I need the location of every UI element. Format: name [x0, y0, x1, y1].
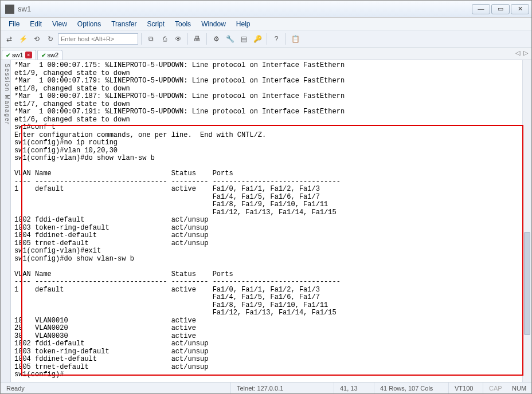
- toolbar-separator: [206, 33, 207, 45]
- loop-icon[interactable]: ⟲: [30, 33, 43, 45]
- scrollbar-thumb[interactable]: [524, 232, 530, 335]
- toolbar-separator: [267, 33, 267, 45]
- wrench-icon[interactable]: 🔧: [224, 33, 236, 45]
- tab-prev-button[interactable]: ◁: [515, 49, 520, 57]
- status-num: NUM: [506, 383, 531, 393]
- cascade-icon[interactable]: ▤: [237, 33, 250, 45]
- maximize-button[interactable]: ▭: [491, 4, 510, 14]
- tab-next-button[interactable]: ▷: [523, 49, 528, 57]
- tab-label: sw2: [48, 52, 59, 58]
- status-connection: Telnet: 127.0.0.1: [231, 383, 334, 393]
- find-icon[interactable]: 👁: [172, 33, 185, 45]
- tab-nav: ◁ ▷: [515, 49, 528, 57]
- status-cursor: 41, 13: [334, 383, 374, 393]
- toolbar-separator: [285, 33, 286, 45]
- menu-window[interactable]: Window: [197, 19, 230, 29]
- main-area: Session Manager *Mar 1 00:00:07.175: %LI…: [1, 60, 531, 382]
- window-title: sw1: [18, 5, 31, 13]
- terminal-container: *Mar 1 00:00:07.175: %LINEPROTO-5-UPDOWN…: [11, 60, 531, 382]
- menu-tools[interactable]: Tools: [170, 19, 195, 29]
- menu-options[interactable]: Options: [73, 19, 105, 29]
- connected-icon: ✔: [6, 52, 10, 58]
- menubar: FileEditViewOptionsTransferScriptToolsWi…: [1, 18, 531, 30]
- session-manager-tab[interactable]: Session Manager: [1, 60, 11, 382]
- tab-close-icon[interactable]: ×: [25, 52, 32, 58]
- status-dimensions: 41 Rows, 107 Cols: [374, 383, 449, 393]
- menu-edit[interactable]: Edit: [25, 19, 46, 29]
- terminal-output[interactable]: *Mar 1 00:00:07.175: %LINEPROTO-5-UPDOWN…: [11, 60, 522, 382]
- menu-help[interactable]: Help: [232, 19, 255, 29]
- status-cap: CAP: [483, 383, 506, 393]
- settings-icon[interactable]: ⚙: [210, 33, 222, 45]
- minimize-button[interactable]: —: [472, 4, 490, 14]
- copy-icon[interactable]: ⧉: [144, 33, 157, 45]
- close-button[interactable]: ✕: [511, 4, 529, 14]
- toolbar: ⇄ ⚡ ⟲ ↻ ⧉ ⎙ 👁 🖶 ⚙ 🔧 ▤ 🔑 ? 📋: [1, 30, 531, 48]
- reconnect-icon[interactable]: ⇄: [3, 33, 15, 45]
- help-icon[interactable]: ?: [270, 33, 283, 45]
- connected-icon: ✔: [41, 52, 46, 58]
- menu-script[interactable]: Script: [142, 19, 169, 29]
- tips-icon[interactable]: 📋: [289, 33, 302, 45]
- status-ready: Ready: [1, 383, 231, 393]
- print-icon[interactable]: 🖶: [191, 33, 204, 45]
- status-emulation: VT100: [449, 383, 483, 393]
- app-icon: [5, 5, 14, 14]
- toolbar-separator: [187, 33, 188, 45]
- terminal-scrollbar[interactable]: [522, 60, 531, 382]
- menu-file[interactable]: File: [4, 19, 24, 29]
- menu-transfer[interactable]: Transfer: [107, 19, 141, 29]
- menu-view[interactable]: View: [48, 19, 72, 29]
- session-tab-sw1[interactable]: ✔sw1×: [2, 50, 36, 60]
- host-input[interactable]: [58, 33, 138, 45]
- paste-icon[interactable]: ⎙: [158, 33, 171, 45]
- key-icon[interactable]: 🔑: [251, 33, 264, 45]
- statusbar: Ready Telnet: 127.0.0.1 41, 13 41 Rows, …: [1, 382, 531, 393]
- quick-connect-icon[interactable]: ⚡: [17, 33, 29, 45]
- tab-label: sw1: [12, 52, 24, 58]
- toolbar-separator: [141, 33, 142, 45]
- session-tab-sw2[interactable]: ✔sw2: [37, 50, 63, 60]
- app-window: sw1 — ▭ ✕ FileEditViewOptionsTransferScr…: [0, 0, 532, 394]
- refresh-icon[interactable]: ↻: [44, 33, 57, 45]
- titlebar: sw1 — ▭ ✕: [1, 1, 531, 18]
- session-tabbar: ✔sw1×✔sw2 ◁ ▷: [1, 48, 531, 60]
